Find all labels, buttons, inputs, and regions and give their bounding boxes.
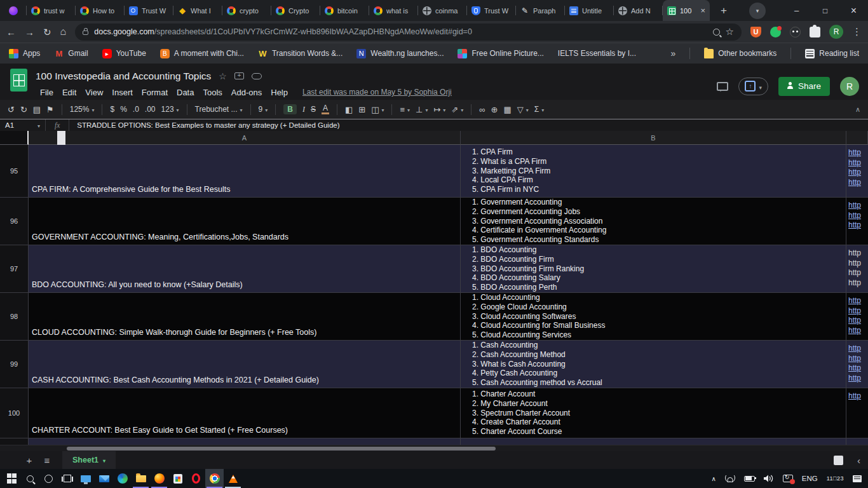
links-cell[interactable]: http http http http	[846, 145, 868, 197]
tab-how-to[interactable]: How to	[76, 0, 125, 21]
bookmarks-overflow-chevron[interactable]: »	[670, 48, 675, 58]
edge-button[interactable]	[113, 469, 132, 488]
font-select[interactable]: Trebuchet ...	[195, 105, 243, 114]
start-button[interactable]	[3, 469, 21, 488]
sheet-tab-sheet1[interactable]: Sheet1	[62, 451, 116, 469]
chrome-button[interactable]	[205, 469, 224, 488]
this-pc-button[interactable]	[76, 469, 95, 488]
microsoft-store-button[interactable]	[168, 469, 187, 488]
insert-chart-icon[interactable]	[503, 105, 511, 114]
keywords-cell[interactable]	[461, 438, 846, 445]
home-icon[interactable]	[60, 27, 67, 37]
back-icon[interactable]	[6, 27, 16, 37]
functions-button[interactable]: Σ	[534, 105, 544, 114]
title-cell[interactable]: CPA FIRM: A Comprehensive Guide for the …	[29, 145, 461, 197]
bookmark-free-pictures[interactable]: Free Online Picture...	[458, 49, 543, 58]
keywords-cell[interactable]: 1. Charter Account 2. My Charter Account…	[461, 388, 846, 438]
menu-file[interactable]: File	[36, 86, 58, 98]
present-button[interactable]	[738, 78, 768, 95]
star-document-icon[interactable]	[219, 71, 227, 81]
row-header[interactable]: 100	[0, 388, 29, 438]
ublock-extension-icon[interactable]	[750, 27, 761, 37]
reading-list[interactable]: Reading list	[805, 49, 859, 58]
keywords-cell[interactable]: 1. BDO Accounting 2. BDO Accounting Firm…	[461, 245, 846, 292]
reload-icon[interactable]	[43, 27, 51, 37]
menu-view[interactable]: View	[81, 86, 107, 98]
links-cell[interactable]: http http http http	[846, 341, 868, 388]
links-cell[interactable]: http http http	[846, 198, 868, 245]
increase-decimal-button[interactable]: .00	[145, 105, 156, 114]
insert-link-icon[interactable]	[479, 105, 485, 114]
screen-recorder-icon[interactable]	[783, 475, 793, 482]
horizontal-scrollbar[interactable]	[0, 445, 868, 451]
opera-button[interactable]	[187, 469, 205, 488]
tab-trust-w[interactable]: trust w	[27, 0, 76, 21]
share-button[interactable]: Share	[778, 77, 830, 96]
maximize-button[interactable]	[811, 0, 839, 21]
links-cell[interactable]: http	[846, 388, 868, 438]
tab-trust-wallet[interactable]: Trust W	[125, 0, 173, 21]
row-header[interactable]: 97	[0, 245, 29, 292]
title-cell[interactable]: BDO ACCOUNTING: All you need to know (+S…	[29, 245, 461, 292]
title-cell[interactable]: GOVERNMENT ACCOUNTING: Meaning, Certific…	[29, 198, 461, 245]
number-format-select[interactable]: 123	[161, 105, 179, 114]
comment-history-icon[interactable]	[717, 82, 728, 91]
tab-crypto-1[interactable]: crypto	[222, 0, 271, 21]
menu-format[interactable]: Format	[137, 86, 172, 98]
keywords-cell[interactable]: 1. CPA Firm 2. What is a CPA Firm 3. Mar…	[461, 145, 846, 197]
scrollbar-thumb[interactable]	[67, 447, 496, 451]
merge-cells-button[interactable]	[371, 105, 384, 114]
tab-pinned[interactable]	[0, 0, 27, 21]
title-cell[interactable]	[29, 438, 461, 445]
taskbar-clock[interactable]: 11□23	[827, 475, 844, 482]
title-cell[interactable]: CHARTER ACCOUNT: Best Easy Guide to Get …	[29, 388, 461, 438]
column-header-a[interactable]: A	[29, 131, 461, 145]
decrease-decimal-button[interactable]: .0	[133, 105, 139, 114]
row-header[interactable]: 95	[0, 145, 29, 197]
menu-help[interactable]: Help	[266, 86, 292, 98]
adguard-extension-icon[interactable]	[770, 27, 781, 37]
face-extension-icon[interactable]	[790, 27, 801, 37]
zoom-icon[interactable]	[713, 29, 720, 36]
hide-toolbar-icon[interactable]	[855, 105, 860, 114]
task-view-button[interactable]	[58, 469, 76, 488]
print-icon[interactable]	[33, 105, 41, 114]
keywords-cell[interactable]: 1. Government Accounting 2. Government A…	[461, 198, 846, 245]
font-size-select[interactable]: 9	[259, 105, 268, 114]
url-text[interactable]: docs.google.com/spreadsheets/d/1CoUPbIVY…	[94, 27, 707, 36]
keywords-cell[interactable]: 1. Cloud Accounting 2. Google Cloud Acco…	[461, 293, 846, 340]
bookmark-apps[interactable]: Apps	[9, 49, 40, 58]
bookmark-wealth[interactable]: Wealth.ng launches...	[356, 49, 444, 58]
keywords-cell[interactable]: 1. Cash Accounting 2. Cash Accounting Me…	[461, 341, 846, 388]
taskbar-search[interactable]	[21, 469, 39, 488]
extensions-puzzle-icon[interactable]	[810, 27, 820, 37]
all-sheets-icon[interactable]	[39, 455, 55, 466]
browser-profile-avatar[interactable]: R	[829, 25, 843, 39]
zoom-select[interactable]: 125%	[70, 105, 95, 114]
tray-expand-icon[interactable]	[711, 475, 715, 482]
battery-icon[interactable]	[744, 476, 755, 482]
tab-coinmarket[interactable]: coinma	[418, 0, 467, 21]
new-tab-button[interactable]	[715, 2, 733, 20]
firefox-button[interactable]	[150, 469, 168, 488]
tab-crypto-2[interactable]: Crypto	[271, 0, 320, 21]
browser-menu-icon[interactable]	[852, 26, 862, 37]
row-header[interactable]: 96	[0, 198, 29, 245]
bookmark-gmail[interactable]: Gmail	[54, 49, 88, 58]
forward-icon[interactable]	[25, 27, 34, 37]
account-avatar[interactable]: R	[840, 77, 859, 96]
tab-paraphrase[interactable]: Paraph	[516, 0, 565, 21]
redo-icon[interactable]	[20, 105, 27, 114]
insert-comment-icon[interactable]	[491, 105, 498, 114]
menu-data[interactable]: Data	[172, 86, 198, 98]
tab-trust-wallet-2[interactable]: Trust W	[467, 0, 516, 21]
sheets-logo[interactable]	[10, 69, 27, 92]
text-color-button[interactable]: A	[322, 104, 329, 114]
volume-icon[interactable]	[764, 475, 774, 482]
tab-close-icon[interactable]	[700, 6, 705, 15]
menu-insert[interactable]: Insert	[107, 86, 137, 98]
address-bar[interactable]: docs.google.com/spreadsheets/d/1CoUPbIVY…	[75, 24, 742, 41]
tab-bitcoin[interactable]: bitcoin	[320, 0, 369, 21]
text-wrap-button[interactable]	[433, 105, 445, 114]
bold-button[interactable]: B	[283, 104, 297, 114]
